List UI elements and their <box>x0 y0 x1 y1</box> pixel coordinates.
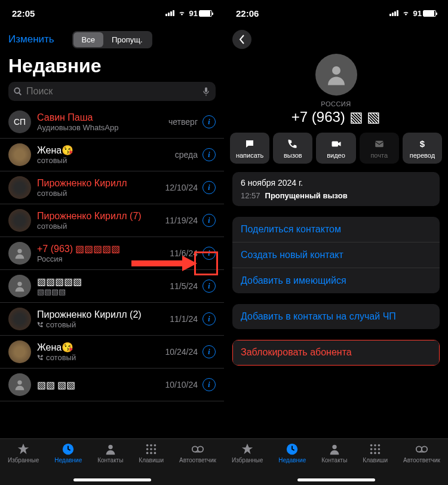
contact-header: РОССИЯ +7 (963) ▧ ▧ <box>224 53 448 133</box>
call-date: 11/5/24 <box>170 281 198 291</box>
block-caller[interactable]: Заблокировать абонента <box>232 340 440 366</box>
svg-point-32 <box>422 446 427 452</box>
call-info-button[interactable]: i <box>202 214 216 227</box>
create-contact[interactable]: Создать новый контакт <box>232 242 440 268</box>
call-subtitle: сотовый <box>37 189 165 198</box>
page-title: Недавние <box>0 53 224 82</box>
call-name: Савин Паша <box>37 112 168 123</box>
segment-control[interactable]: Все Пропущ. <box>72 31 152 48</box>
action-video[interactable]: видео <box>316 133 355 164</box>
contact-phone: +7 (963) ▧ ▧ <box>291 109 381 125</box>
call-info: Пирожненко Кирилл сотовый <box>37 178 165 198</box>
add-emergency[interactable]: Добавить в контакты на случай ЧП <box>232 304 440 329</box>
call-info: Савин Паша Аудиовызов WhatsApp <box>37 112 168 132</box>
contact-detail-screen: 22:06 91 РОССИЯ +7 (963) ▧ ▧ написать вы… <box>224 0 448 485</box>
call-avatar: СП <box>8 110 31 133</box>
tab-favorites[interactable]: Избранные <box>8 443 39 485</box>
edit-button[interactable]: Изменить <box>8 33 54 45</box>
call-info: Жена😘 сотовый <box>37 145 175 165</box>
call-row[interactable]: Жена😘 сотовый среда i <box>0 139 224 171</box>
call-row[interactable]: ▧▧▧▧▧ ▧▧▧▧ 11/5/24 i <box>0 270 224 303</box>
tab-voicemail[interactable]: Автоответчик <box>403 443 440 485</box>
call-row[interactable]: СП Савин Паша Аудиовызов WhatsApp четвер… <box>0 106 224 139</box>
wifi-icon <box>401 10 410 17</box>
action-message[interactable]: написать <box>230 133 269 164</box>
svg-point-6 <box>150 444 152 447</box>
contact-links-1: Поделиться контактом Создать новый конта… <box>232 217 440 293</box>
svg-point-2 <box>17 380 22 385</box>
message-icon <box>244 139 256 149</box>
svg-point-26 <box>374 448 376 450</box>
battery-icon: 91 <box>413 9 436 18</box>
call-avatar <box>8 275 31 297</box>
search-input[interactable] <box>26 86 198 97</box>
tab-voicemail[interactable]: Автоответчик <box>179 443 216 485</box>
svg-point-4 <box>108 445 112 449</box>
contact-avatar <box>315 54 357 96</box>
add-to-existing[interactable]: Добавить в имеющийся <box>232 268 440 293</box>
contact-links-3: Заблокировать абонента <box>232 340 440 366</box>
call-date: 11/6/24 <box>170 248 198 258</box>
back-button[interactable] <box>232 30 251 49</box>
call-date: 12/10/24 <box>165 183 198 192</box>
signal-icon <box>389 10 398 16</box>
svg-point-21 <box>332 445 336 449</box>
call-avatar <box>8 242 31 265</box>
svg-rect-17 <box>332 142 338 147</box>
call-avatar <box>8 176 31 199</box>
call-row[interactable]: Пирожненко Кирилл (7) сотовый 11/19/24 i <box>0 204 224 237</box>
outgoing-call-icon <box>37 321 44 328</box>
call-date: 10/24/24 <box>165 347 198 357</box>
search-box[interactable] <box>8 82 216 101</box>
segment-all[interactable]: Все <box>73 32 103 47</box>
call-date: 10/10/24 <box>165 380 198 389</box>
call-info-button[interactable]: i <box>202 378 216 391</box>
action-call[interactable]: вызов <box>273 133 312 164</box>
mic-icon[interactable] <box>201 87 211 96</box>
call-subtitle: сотовый <box>37 320 170 329</box>
recent-call-card: 6 ноября 2024 г. 12:57 Пропущенный вызов <box>232 172 440 206</box>
tab-favorites[interactable]: Избранные <box>232 443 263 485</box>
nav-row: Изменить Все Пропущ. <box>0 26 224 53</box>
call-row[interactable]: Жена😘 сотовый 10/24/24 i <box>0 336 224 369</box>
call-name: ▧▧▧▧▧ <box>37 276 170 287</box>
call-info-button[interactable]: i <box>202 345 216 358</box>
call-info-button[interactable]: i <box>202 148 216 161</box>
call-row[interactable]: +7 (963) ▧▧▧▧▧ Россия 11/6/24 i <box>0 237 224 270</box>
call-date: 11/1/24 <box>170 314 198 324</box>
svg-point-1 <box>17 282 22 286</box>
call-row[interactable]: Пирожненко Кирилл (2) сотовый 11/1/24 i <box>0 303 224 336</box>
status-icons: 91 <box>165 9 212 18</box>
contact-links-2: Добавить в контакты на случай ЧП <box>232 304 440 329</box>
call-info-button[interactable]: i <box>202 181 216 194</box>
home-indicator[interactable] <box>73 478 151 481</box>
svg-point-7 <box>154 444 157 447</box>
segment-missed[interactable]: Пропущ. <box>103 32 151 47</box>
call-row[interactable]: Пирожненко Кирилл сотовый 12/10/24 i <box>0 171 224 204</box>
status-bar: 22:06 91 <box>224 0 448 26</box>
call-info-button[interactable]: i <box>202 280 216 293</box>
home-indicator[interactable] <box>297 478 375 481</box>
call-info-button[interactable]: i <box>202 247 216 260</box>
call-list[interactable]: СП Савин Паша Аудиовызов WhatsApp четвер… <box>0 106 224 438</box>
status-icons: 91 <box>389 9 436 18</box>
svg-point-11 <box>146 452 149 455</box>
action-pay[interactable]: $перевод <box>403 133 442 164</box>
call-info-button[interactable]: i <box>202 312 216 326</box>
call-row[interactable]: ▧▧ ▧▧ 10/10/24 i <box>0 369 224 401</box>
call-info-button[interactable]: i <box>202 115 216 128</box>
call-name: Пирожненко Кирилл (7) <box>37 211 165 222</box>
call-info: Жена😘 сотовый <box>37 342 165 362</box>
call-subtitle: сотовый <box>37 156 175 165</box>
call-subtitle: сотовый <box>37 353 165 362</box>
status-bar: 22:05 91 <box>0 0 224 26</box>
call-subtitle: Россия <box>37 254 170 263</box>
call-avatar <box>8 143 31 166</box>
status-time: 22:05 <box>12 8 35 19</box>
svg-point-12 <box>150 452 152 455</box>
chevron-left-icon <box>239 35 245 44</box>
svg-point-10 <box>154 448 157 450</box>
call-name: Жена😘 <box>37 145 175 156</box>
share-contact[interactable]: Поделиться контактом <box>232 217 440 242</box>
call-detail: 12:57 Пропущенный вызов <box>241 191 431 200</box>
